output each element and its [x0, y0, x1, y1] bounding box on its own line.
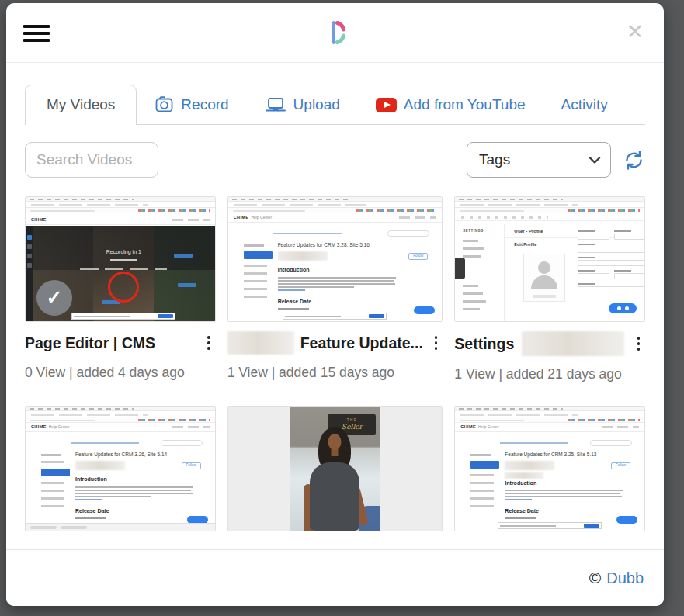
- hamburger-menu-icon[interactable]: [23, 25, 50, 42]
- search-input[interactable]: [25, 142, 158, 178]
- tab-add-from-youtube[interactable]: Add from YouTube: [358, 85, 543, 124]
- dubb-logo-icon: [325, 19, 345, 50]
- refresh-icon[interactable]: [623, 149, 645, 171]
- video-library-modal: ✕ My Videos Record: [6, 3, 664, 606]
- thumbnail-illustration: SETTINGS User - Profile: [455, 224, 644, 321]
- video-card: THE Seller: [227, 406, 443, 531]
- video-title: Feature Update...: [300, 334, 423, 352]
- dubb-footer-link[interactable]: Dubb: [606, 569, 644, 587]
- video-thumbnail-help-article[interactable]: CHIME Help Center Feature Updates for CR…: [227, 196, 443, 322]
- camera-icon: [155, 96, 174, 113]
- tab-my-videos-label: My Videos: [47, 96, 115, 113]
- tab-activity[interactable]: Activity: [543, 85, 626, 124]
- modal-content: My Videos Record: [6, 63, 664, 560]
- video-meta: 1 View | added 15 days ago: [227, 365, 443, 381]
- video-title: Page Editor | CMS: [25, 334, 155, 352]
- youtube-icon: [376, 98, 397, 112]
- tab-add-from-youtube-label: Add from YouTube: [404, 96, 526, 113]
- tab-record-label: Record: [181, 96, 228, 113]
- tab-activity-label: Activity: [561, 96, 608, 113]
- redaction-blur: [522, 331, 624, 356]
- thumbnail-illustration: Feature Updates for CRM 3.26, Site 5.14 …: [26, 435, 215, 531]
- modal-footer: © Dubb: [6, 549, 664, 606]
- video-card: CHIME Help Center Feature Updates for CR…: [25, 406, 216, 531]
- thumbnail-illustration: CHIME Recording in 1: [26, 216, 215, 321]
- chevron-down-icon: [589, 151, 601, 168]
- thumbnail-illustration: THE Seller: [228, 407, 443, 531]
- video-title: Settings: [454, 335, 514, 353]
- modal-header: ✕: [6, 3, 664, 63]
- video-card: CHIME Recording in 1: [25, 196, 216, 382]
- tab-upload[interactable]: Upload: [247, 85, 358, 124]
- video-thumbnail-settings[interactable]: SETTINGS User - Profile: [454, 196, 645, 322]
- video-grid: CHIME Recording in 1: [25, 196, 645, 531]
- contact-pill: [609, 303, 637, 313]
- video-meta: 0 View | added 4 days ago: [25, 365, 216, 381]
- tab-bar: My Videos Record: [25, 85, 645, 125]
- video-thumbnail-real-estate[interactable]: CHIME Recording in 1: [25, 196, 216, 322]
- kebab-menu[interactable]: [632, 334, 646, 353]
- tab-record[interactable]: Record: [137, 85, 246, 124]
- close-icon[interactable]: ✕: [623, 19, 647, 46]
- toolbar: Tags: [25, 142, 645, 178]
- tab-my-videos[interactable]: My Videos: [25, 85, 137, 124]
- video-card: SETTINGS User - Profile: [454, 196, 645, 382]
- red-circle-annotation: [108, 272, 139, 303]
- video-meta: 1 View | added 21 days ago: [454, 366, 645, 382]
- copyright-icon: ©: [589, 569, 601, 587]
- tags-select-value: Tags: [479, 151, 510, 168]
- video-thumbnail-webcam[interactable]: THE Seller: [227, 406, 443, 531]
- tab-upload-label: Upload: [293, 96, 340, 113]
- downloads-bar: [26, 523, 215, 531]
- help-pill: [616, 516, 637, 524]
- kebab-menu[interactable]: [202, 334, 216, 352]
- kebab-menu[interactable]: [429, 334, 443, 352]
- video-card: CHIME Help Center Feature Updates for CR…: [454, 406, 645, 531]
- video-grid-viewport: CHIME Recording in 1: [25, 196, 645, 560]
- laptop-icon: [265, 96, 286, 113]
- video-card: CHIME Help Center Feature Updates for CR…: [227, 196, 443, 382]
- avatar-placeholder: [523, 254, 565, 302]
- thumbnail-illustration: Feature Updates for CRM 3.25, Site 5.13 …: [455, 435, 644, 531]
- video-thumbnail-help-article[interactable]: CHIME Help Center Feature Updates for CR…: [25, 406, 216, 531]
- thumbnail-illustration: Feature Updates for CRM 3.28, Site 5.16 …: [228, 226, 443, 321]
- toolbar-right: Tags: [467, 142, 645, 178]
- video-thumbnail-help-article[interactable]: CHIME Help Center Feature Updates for CR…: [454, 406, 645, 531]
- tags-select[interactable]: Tags: [467, 142, 611, 178]
- redaction-blur: [227, 331, 294, 355]
- dubb-check-watermark-icon: ✓: [36, 280, 72, 316]
- help-pill: [414, 306, 435, 314]
